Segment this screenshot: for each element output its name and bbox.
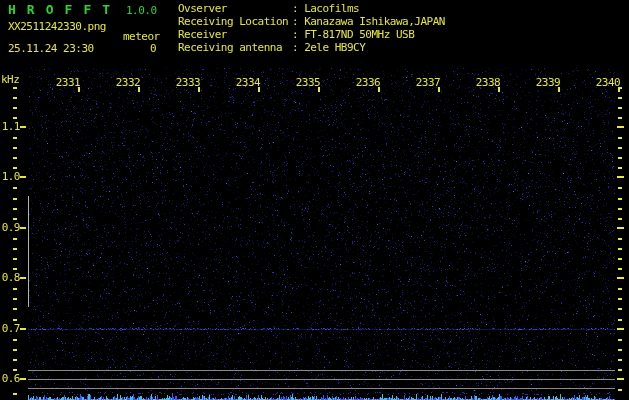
time-tick-label: 2335: [294, 76, 322, 89]
hrofft-window: H R O F F T 1.0.0 XX2511242330.png meteo…: [0, 0, 629, 400]
info-label: Ovserver: [178, 2, 292, 15]
info-value: 2ele HB9CY: [304, 41, 365, 54]
output-filename: XX2511242330.png: [8, 20, 106, 33]
time-tick-label: 2336: [354, 76, 382, 89]
info-row-observer: Ovserver:Lacofilms: [178, 2, 445, 15]
time-tick-label: 2333: [174, 76, 202, 89]
info-value: FT-817ND 50MHz USB: [304, 28, 414, 41]
timestamp: 25.11.24 23:30: [8, 42, 94, 55]
info-value: Lacofilms: [304, 2, 359, 15]
app-title: H R O F F T: [8, 3, 112, 16]
station-info: Ovserver:Lacofilms Receiving Location:Ka…: [178, 2, 445, 54]
freq-axis-unit: kHz: [1, 73, 19, 86]
time-tick-label: 2340: [594, 76, 622, 89]
app-version: 1.0.0: [126, 4, 157, 17]
info-separator: :: [292, 15, 298, 28]
info-separator: :: [292, 41, 298, 54]
time-tick-label: 2337: [414, 76, 442, 89]
info-row-antenna: Receiving antenna:2ele HB9CY: [178, 41, 445, 54]
freq-tick-label: 0.7: [0, 322, 20, 335]
time-tick-label: 2334: [234, 76, 262, 89]
info-label: Receiving Location: [178, 15, 292, 28]
info-separator: :: [292, 28, 298, 41]
time-tick-label: 2332: [114, 76, 142, 89]
info-row-receiver: Receiver:FT-817ND 50MHz USB: [178, 28, 445, 41]
freq-tick-label: 1.0: [0, 170, 20, 183]
info-row-location: Receiving Location:Kanazawa Ishikawa,JAP…: [178, 15, 445, 28]
meteor-count: 0: [150, 42, 156, 55]
freq-tick-label: 1.1: [0, 120, 20, 133]
freq-tick-label: 0.9: [0, 221, 20, 234]
info-label: Receiving antenna: [178, 41, 292, 54]
info-separator: :: [292, 2, 298, 15]
spectrogram-canvas: [0, 0, 629, 400]
time-tick-label: 2338: [474, 76, 502, 89]
info-value: Kanazawa Ishikawa,JAPAN: [304, 15, 445, 28]
time-tick-label: 2339: [534, 76, 562, 89]
time-tick-label: 2331: [54, 76, 82, 89]
freq-tick-label: 0.8: [0, 271, 20, 284]
freq-tick-label: 0.6: [0, 372, 20, 385]
info-label: Receiver: [178, 28, 292, 41]
